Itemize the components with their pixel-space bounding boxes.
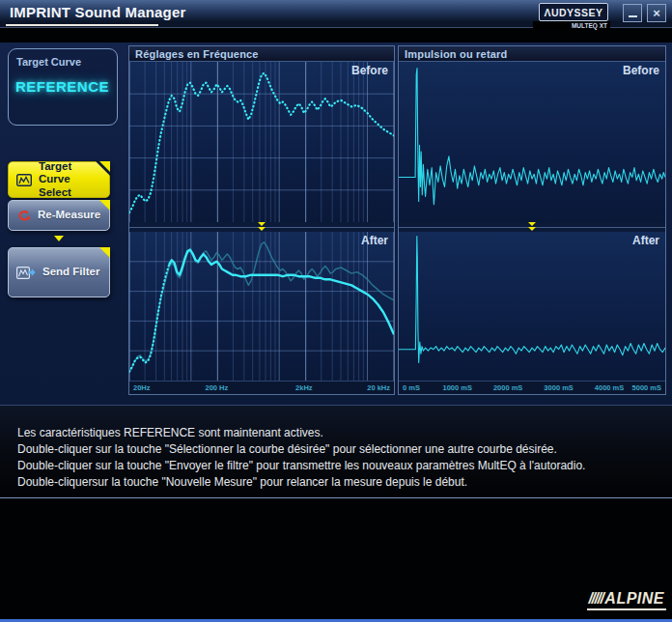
divider-arrows-icon xyxy=(528,222,536,232)
message-line: Double-cliquer sur la touche "Envoyer le… xyxy=(17,458,672,474)
frequency-panel: Réglages en Fréquence Before After 20Hz … xyxy=(128,45,395,395)
target-curve-label: Target Curve xyxy=(16,56,117,68)
axis-tick: 20Hz xyxy=(133,383,151,392)
target-curve-select-button[interactable]: Target Curve Select xyxy=(8,161,110,198)
frequency-after-label: After xyxy=(361,234,388,247)
impulse-panel-title: Impulsion ou retard xyxy=(405,48,507,60)
re-measure-button[interactable]: Re-Measure xyxy=(8,200,110,231)
down-arrow-icon xyxy=(54,236,64,241)
minimize-button[interactable] xyxy=(623,4,642,22)
frequency-after-chart xyxy=(129,232,394,381)
message-area: Les caractéristiques REFERENCE sont main… xyxy=(0,405,672,497)
title-underline xyxy=(6,24,158,26)
multeq-xt-label: MULTEQ XT xyxy=(533,21,610,30)
impulse-panel: Impulsion ou retard Before After 0 mS 10… xyxy=(398,45,666,395)
send-filter-button[interactable]: Send Filter xyxy=(8,247,110,297)
frequency-before-chart xyxy=(129,62,394,222)
main-content: Target Curve REFERENCE Target Curve Sele… xyxy=(0,42,672,405)
imprint-sound-manager-window: IMPRINT Sound Manager ΛUDYSSEY MULTEQ XT… xyxy=(0,0,672,622)
message-line: Double-cliquer sur la touche "Sélectionn… xyxy=(17,441,672,458)
titlebar: IMPRINT Sound Manager ΛUDYSSEY MULTEQ XT… xyxy=(0,0,672,28)
impulse-after-graph: After xyxy=(399,232,665,381)
close-icon: × xyxy=(653,6,660,20)
audyssey-logo-text: ΛUDYSSEY xyxy=(544,7,602,18)
impulse-after-label: After xyxy=(632,234,659,247)
frequency-graph-divider xyxy=(129,222,394,232)
minimize-icon xyxy=(629,15,637,17)
frequency-panel-header: Réglages en Fréquence xyxy=(129,46,394,62)
impulse-graph-divider xyxy=(399,222,665,232)
divider-arrows-icon xyxy=(258,222,266,232)
impulse-panel-header: Impulsion ou retard xyxy=(399,46,665,62)
axis-tick: 200 Hz xyxy=(206,383,229,392)
impulse-before-graph: Before xyxy=(399,62,665,222)
axis-tick: 3000 mS xyxy=(544,383,573,392)
target-curve-icon xyxy=(16,174,32,186)
axis-tick: 1000 mS xyxy=(442,383,471,392)
impulse-axis: 0 mS 1000 mS 2000 mS 3000 mS 4000 mS 500… xyxy=(399,381,665,394)
frequency-axis: 20Hz 200 Hz 2kHz 20 kHz xyxy=(129,381,394,394)
message-line: Les caractéristiques REFERENCE sont main… xyxy=(17,425,672,441)
message-line: Double-cliquersur la touche "Nouvelle Me… xyxy=(17,474,672,491)
alpine-stripes-icon: ///// xyxy=(589,590,603,607)
frequency-before-graph: Before xyxy=(129,62,394,222)
frequency-after-graph: After xyxy=(129,232,394,381)
impulse-after-chart xyxy=(399,232,665,381)
alpine-logo: /////ALPINE xyxy=(587,590,666,610)
axis-tick: 4000 mS xyxy=(595,383,624,392)
window-title: IMPRINT Sound Manager xyxy=(10,4,186,20)
send-filter-label: Send Filter xyxy=(42,266,99,278)
audyssey-logo: ΛUDYSSEY xyxy=(539,3,608,21)
frequency-before-label: Before xyxy=(351,64,388,77)
axis-tick: 2kHz xyxy=(295,383,313,392)
target-curve-value: REFERENCE xyxy=(15,78,117,95)
alpine-logo-text: ALPINE xyxy=(604,590,664,607)
target-curve-box: Target Curve REFERENCE xyxy=(8,48,118,126)
axis-tick: 5000 mS xyxy=(632,383,661,392)
axis-tick: 20 kHz xyxy=(367,383,390,392)
axis-tick: 0 mS xyxy=(403,383,420,392)
send-filter-icon xyxy=(16,267,36,279)
footer: /////ALPINE xyxy=(0,498,672,619)
target-curve-select-label: Target Curve Select xyxy=(39,160,103,199)
close-button[interactable]: × xyxy=(647,4,666,22)
impulse-before-chart xyxy=(399,62,665,222)
axis-tick: 2000 mS xyxy=(493,383,522,392)
re-measure-label: Re-Measure xyxy=(38,209,100,221)
re-measure-icon xyxy=(16,210,31,222)
impulse-before-label: Before xyxy=(623,64,659,77)
frequency-panel-title: Réglages en Fréquence xyxy=(135,48,259,60)
